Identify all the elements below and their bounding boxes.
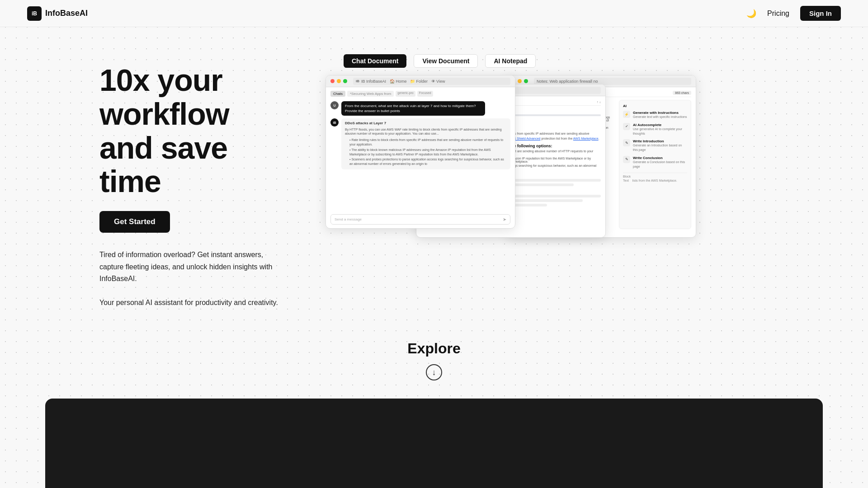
share-count: 863 chars (673, 91, 691, 95)
chat-bullet3: • Scanners and probes protections to par… (345, 157, 507, 166)
logo-small: iB (356, 79, 359, 83)
hero-desc-line1: Tired of information overload? Get insta… (99, 251, 272, 282)
signin-button[interactable]: Sign In (800, 6, 841, 21)
tab-pills: Chat Document View Document AI Notepad (326, 54, 814, 68)
navbar-right: 🌙 Pricing Sign In (746, 6, 841, 21)
explore-section: Explore ↓ (0, 327, 868, 399)
screenshots-container: iB IB InfoBaseAI 🏠 Home 📁 Folder 👁 View … (326, 75, 814, 238)
generate-icon: ⚡ (623, 111, 630, 118)
chat-titlebar: iB IB InfoBaseAI 🏠 Home 📁 Folder 👁 View (326, 75, 515, 87)
chat-bullet2: • The ability to block known malicious I… (345, 148, 507, 157)
hero-description: Tired of information overload? Get insta… (99, 249, 280, 309)
dark-mode-button[interactable]: 🌙 (746, 9, 756, 19)
ai-option-autocomplete[interactable]: ✓ AI Autocomplete Use generative AI to c… (623, 123, 687, 136)
text-section: Text lists from the AWS Marketplace. (623, 179, 687, 182)
ai-option-conclusion[interactable]: ✎ Write Conclusion Generate a Conclusion… (623, 156, 687, 169)
dot-yellow-notes (518, 79, 522, 83)
ai-option-intro[interactable]: ✎ Write Introduction Generate an Introdu… (623, 139, 687, 152)
get-started-button[interactable]: Get Started (99, 211, 170, 233)
pricing-link[interactable]: Pricing (767, 9, 789, 18)
hero-section: 10x your workflow and save time Get Star… (0, 27, 868, 327)
dot-green-notes (524, 79, 528, 83)
user-avatar: U (330, 101, 339, 109)
tab-ai-notepad[interactable]: AI Notepad (485, 54, 536, 68)
chat-input[interactable]: Send a message ➤ (330, 214, 510, 225)
hero-title: 10x your workflow and save time (99, 63, 289, 198)
focused-badge: Focused (417, 91, 433, 97)
write-conclusion-icon: ✎ (623, 156, 630, 163)
user-message: U From the document, what are the attack… (330, 101, 510, 116)
write-intro-icon: ✎ (623, 139, 630, 146)
chat-content: Chats *Securing Web Apps from generic-pr… (326, 87, 515, 228)
navbar: iB InfoBaseAI 🌙 Pricing Sign In (0, 0, 868, 27)
ai-avatar: iB (330, 118, 339, 127)
ai-bubble: DDoS attacks at Layer 7 By HTTP floods, … (341, 118, 510, 169)
send-icon: ➤ (503, 217, 506, 222)
ai-panel: AI ⚡ Generate with Instructions Generate… (619, 100, 691, 229)
doc-marketplace-link[interactable]: AWS Marketplace (573, 137, 599, 140)
hero-desc-line2: Your personal AI assistant for productiv… (99, 299, 278, 306)
logo[interactable]: iB InfoBaseAI (27, 6, 88, 21)
chat-window: iB IB InfoBaseAI 🏠 Home 📁 Folder 👁 View … (326, 75, 515, 229)
ai-panel-title: AI (623, 104, 687, 108)
hero-left: 10x your workflow and save time Get Star… (99, 54, 289, 309)
dot-green (343, 79, 347, 83)
block-section: Block (623, 173, 687, 178)
user-bubble: From the document, what are the attack v… (341, 101, 485, 116)
hero-screenshots: Chat Document View Document AI Notepad i… (326, 54, 814, 238)
chat-url: iB IB InfoBaseAI 🏠 Home 📁 Folder 👁 View (353, 78, 510, 85)
tab-view-document[interactable]: View Document (414, 54, 478, 68)
ai-option-generate[interactable]: ⚡ Generate with Instructions Generate te… (623, 111, 687, 119)
explore-arrow-button[interactable]: ↓ (426, 364, 442, 380)
chat-tab-bar: Chats *Securing Web Apps from generic-pr… (330, 91, 510, 97)
chat-bullet1: • Rate limiting rules to block clients f… (345, 138, 507, 147)
chats-tab[interactable]: Chats (330, 91, 345, 97)
ai-response: DDoS attacks at Layer 7 By HTTP floods, … (341, 118, 510, 169)
explore-title: Explore (0, 340, 868, 357)
dark-section (45, 399, 823, 488)
tab-chat-document[interactable]: Chat Document (344, 54, 406, 68)
dot-yellow (337, 79, 341, 83)
active-badge: generic-pro (396, 91, 415, 97)
dot-red (330, 79, 335, 83)
ai-message: iB DDoS attacks at Layer 7 By HTTP flood… (330, 118, 510, 169)
doc-tab[interactable]: *Securing Web Apps from (347, 91, 394, 97)
logo-text: InfoBaseAI (45, 9, 88, 18)
autocomplete-icon: ✓ (623, 123, 630, 130)
logo-icon: iB (27, 6, 42, 21)
